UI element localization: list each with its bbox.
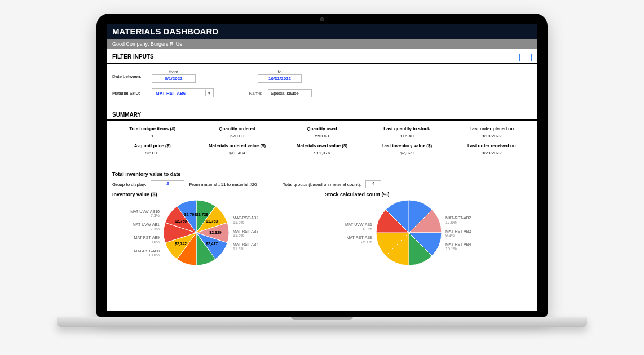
pie-chart xyxy=(375,199,443,267)
screen: MATERIALS DASHBOARD Good Company: Burger… xyxy=(107,24,537,311)
pie-legend-item: MAT-RST-AB99.6% xyxy=(112,236,160,244)
total-groups-value: 4 xyxy=(365,180,381,188)
svg-text:$1,738: $1,738 xyxy=(196,212,209,217)
pie-legend-item: MAT-RST-AB415.1% xyxy=(445,242,493,251)
chart-title: Stock calculated count (%) xyxy=(325,192,532,197)
name-label: Name: xyxy=(245,91,262,96)
from-label: from xyxy=(152,69,196,74)
svg-text:$1,763: $1,763 xyxy=(206,219,218,224)
summary-grid: Total unique items (#)1Quantity ordered6… xyxy=(107,124,537,161)
total-groups-label: Total groups (based on material count): xyxy=(283,182,361,187)
summary-metric: Last order received on9/23/2022 xyxy=(452,143,532,156)
summary-section-title: SUMMARY xyxy=(107,107,537,121)
pie-legend-item: MAT-UVW-AB10.9% xyxy=(325,223,372,231)
svg-text:$2,742: $2,742 xyxy=(175,242,187,246)
date-from-input[interactable]: 9/1/2022 xyxy=(152,74,196,83)
chart-title: Inventory value ($) xyxy=(112,192,319,197)
group-display-label: Group to display: xyxy=(112,182,146,187)
sku-label: Material SKU: xyxy=(112,91,146,96)
pie-chart: $1,738$1,763$2,329$2,417$2,742$2,750$2,7… xyxy=(162,199,230,267)
summary-metric: Last order placed on9/18/2022 xyxy=(452,126,532,139)
inventory-subtitle: Total inventory value to date xyxy=(107,168,537,179)
summary-metric: Total unique items (#)1 xyxy=(112,126,192,139)
summary-metric: Materials ordered value ($)$13,404 xyxy=(197,143,277,156)
date-to-input[interactable]: 10/31/2022 xyxy=(258,74,302,83)
pie-legend-item: MAT-UVW-AB17.3% xyxy=(112,223,160,231)
charts-row: Inventory value ($) MAT-UVW-AB107.3%MAT-… xyxy=(107,192,537,273)
summary-metric: Last quantity in stock116.40 xyxy=(367,126,447,139)
svg-text:$2,798: $2,798 xyxy=(184,212,197,217)
pie-legend-item: MAT-RST-AB217.0% xyxy=(445,216,493,224)
pie-legend-item: MAT-RST-AB211.6% xyxy=(233,216,280,224)
summary-metric: Avg unit price ($)$20.01 xyxy=(112,143,192,156)
name-value: Special sauce xyxy=(268,89,312,97)
pie-legend-item: MAT-UVW-AB107.3% xyxy=(112,210,160,218)
filter-section-title: FILTER INPUTS xyxy=(107,49,537,64)
pie-legend-item: MAT-RST-AB311.5% xyxy=(233,229,280,238)
svg-text:$2,750: $2,750 xyxy=(175,219,187,224)
group-display-input[interactable]: 2 xyxy=(151,180,184,188)
summary-metric: Quantity used553.60 xyxy=(282,126,362,139)
svg-text:$2,329: $2,329 xyxy=(209,230,222,235)
summary-metric: Last inventory value ($)$2,329 xyxy=(367,143,447,156)
page-title: MATERIALS DASHBOARD xyxy=(107,24,537,39)
pie-legend-item: MAT-RST-AB810.0% xyxy=(112,249,160,258)
summary-metric: Materials used value ($)$11,076 xyxy=(282,143,362,156)
date-between-label: Date between: xyxy=(112,74,146,79)
company-line: Good Company: Burgers R' Us xyxy=(107,39,537,49)
chevron-down-icon: ▾ xyxy=(205,90,212,96)
chart: Stock calculated count (%) MAT-UVW-AB10.… xyxy=(325,192,532,267)
to-label: to xyxy=(258,69,302,74)
pie-legend-item: MAT-RST-AB39.3% xyxy=(445,229,493,238)
camera-icon xyxy=(320,17,324,21)
pie-legend-item: MAT-RST-AB411.3% xyxy=(233,242,280,251)
corner-box[interactable] xyxy=(519,54,532,61)
group-range-text: From material #11 to material #20 xyxy=(189,182,257,187)
svg-text:$2,417: $2,417 xyxy=(206,242,218,246)
summary-metric: Quantity ordered670.00 xyxy=(197,126,277,139)
chart: Inventory value ($) MAT-UVW-AB107.3%MAT-… xyxy=(112,192,319,267)
pie-legend-item: MAT-RST-AB925.1% xyxy=(325,236,372,244)
sku-dropdown[interactable]: MAT-RST-AB6 ▾ xyxy=(152,88,214,97)
